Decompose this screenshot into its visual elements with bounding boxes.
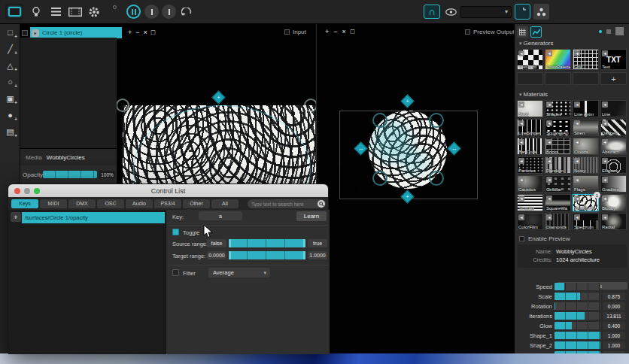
parameter-slider[interactable] xyxy=(555,322,600,329)
generator-tile[interactable]: ◄ Grid xyxy=(573,49,599,70)
parameter-value[interactable]: 1.000 xyxy=(603,351,625,353)
surface-tab-control-button[interactable]: − xyxy=(135,29,139,36)
control-list-tab[interactable]: Keys xyxy=(11,199,38,208)
parameter-value[interactable]: 0.875 xyxy=(603,293,625,300)
parameter-slider[interactable] xyxy=(555,351,600,353)
material-tile[interactable]: ◄ SquareWa xyxy=(545,194,571,211)
parameter-value[interactable]: 13.811 xyxy=(603,312,625,320)
material-tile[interactable]: ◄ Simplex xyxy=(517,194,543,211)
source-min-value[interactable]: false xyxy=(207,239,226,247)
parameter-value[interactable]: 1.000 xyxy=(603,341,625,349)
corner-handle[interactable] xyxy=(372,113,387,128)
enable-preview-checkbox[interactable] xyxy=(519,236,524,241)
source-range-slider[interactable] xyxy=(229,239,305,247)
preview-mode-button[interactable] xyxy=(530,26,542,38)
media-library-button[interactable] xyxy=(66,4,84,20)
parameter-value[interactable]: 1.000 xyxy=(603,332,625,339)
material-tile[interactable]: ◄ Abstract xyxy=(600,138,627,155)
media-row[interactable]: Media WobblyCircles xyxy=(20,149,117,165)
search-input[interactable] xyxy=(251,199,314,208)
material-tile[interactable]: ◄ Gradient xyxy=(600,175,627,193)
zoom-window-button[interactable] xyxy=(34,188,40,194)
surface-tab-control-button[interactable]: + xyxy=(128,29,132,36)
generator-tile[interactable]: ◄ TestCard xyxy=(517,49,543,70)
surface-tab-control-button[interactable]: □ xyxy=(151,29,155,36)
parameter-slider[interactable] xyxy=(555,332,600,339)
control-list-tab[interactable]: OSC xyxy=(97,199,124,208)
control-list-tab[interactable]: All xyxy=(211,199,239,208)
corner-handle[interactable] xyxy=(304,99,316,112)
surfaces-tool-button[interactable] xyxy=(5,4,23,20)
target-range-slider[interactable] xyxy=(229,251,305,259)
material-tile[interactable]: ◄ Bricks xyxy=(545,138,571,155)
list-view-button[interactable] xyxy=(47,4,65,20)
move-handle[interactable]: + xyxy=(211,90,225,104)
material-tile[interactable]: ◄ Spectrum xyxy=(573,213,599,230)
grid-view-button[interactable] xyxy=(517,26,528,38)
toggle-checkbox[interactable] xyxy=(172,229,179,235)
filter-checkbox[interactable] xyxy=(172,269,179,276)
control-list-titlebar[interactable]: Control List xyxy=(8,184,328,197)
surface-tab[interactable]: ▸ Circle 1 (circle) xyxy=(30,27,122,38)
material-tile[interactable]: ◄ Line xyxy=(600,100,627,117)
material-tile[interactable]: ◄ Random xyxy=(545,156,571,174)
tool-button[interactable]: ╱ + xyxy=(0,41,20,57)
parameter-slider[interactable] xyxy=(555,293,600,300)
parameter-slider[interactable] xyxy=(555,312,600,320)
material-tile[interactable]: ◄ Particles xyxy=(517,156,543,174)
material-tile[interactable]: ◄ Shapes xyxy=(545,100,571,117)
layer-list[interactable] xyxy=(20,38,117,149)
tool-button[interactable]: △ + xyxy=(0,57,20,74)
source-max-value[interactable]: true xyxy=(308,239,327,247)
undo-button[interactable] xyxy=(179,5,193,19)
generator-tile[interactable]: TXT ◄ Text xyxy=(600,49,627,70)
control-list-tab[interactable]: DMX xyxy=(68,199,96,208)
corner-handle[interactable] xyxy=(372,171,387,186)
cue-2-button[interactable] xyxy=(162,5,176,19)
surface-visible-checkbox[interactable] xyxy=(22,30,28,36)
material-tile[interactable]: ◄ LineStripes xyxy=(517,119,543,136)
page-view-button[interactable] xyxy=(515,4,530,20)
tool-button[interactable]: □ + xyxy=(0,24,20,41)
generator-tile[interactable]: ◄ ColorPalette xyxy=(545,49,571,70)
control-list-tab[interactable]: MIDI xyxy=(40,199,67,208)
corner-handle[interactable] xyxy=(429,113,444,128)
small-square-icon[interactable] xyxy=(606,29,611,34)
material-tile[interactable]: ◄ Caustics xyxy=(517,175,543,193)
material-tile[interactable]: ◄ Line Anim xyxy=(573,100,599,117)
tool-button[interactable]: ● + xyxy=(0,107,20,123)
search-field[interactable] xyxy=(248,199,326,208)
minimize-window-button[interactable] xyxy=(24,188,30,194)
close-window-button[interactable] xyxy=(14,188,20,194)
control-list-tab[interactable]: Audio xyxy=(126,199,153,208)
material-tile[interactable]: ◄ Ellipses xyxy=(600,156,627,174)
cue-1-button[interactable] xyxy=(144,5,159,19)
opacity-slider[interactable] xyxy=(43,171,97,178)
snap-toggle-button[interactable]: ∩ xyxy=(424,5,440,19)
material-tile[interactable]: ◄ SquaresAn xyxy=(545,119,571,136)
fixtures-button[interactable] xyxy=(27,4,45,20)
parameter-value[interactable]: 0.000 xyxy=(603,302,625,310)
material-tile[interactable]: ◄ Siren xyxy=(573,119,599,136)
material-tile[interactable]: ◄ Diamonds xyxy=(545,213,571,230)
parameter-value[interactable]: 0.400 xyxy=(603,322,625,329)
target-min-value[interactable]: 0.0000 xyxy=(207,251,226,259)
tool-button[interactable]: ▣ + xyxy=(0,90,20,107)
visibility-button[interactable] xyxy=(443,5,458,19)
key-input[interactable]: a xyxy=(199,211,242,220)
large-square-icon[interactable] xyxy=(615,27,624,35)
output-canvas[interactable]: + ↔ ↔ + xyxy=(316,36,514,353)
output-selector-dropdown[interactable]: ▾ xyxy=(460,6,512,18)
control-row[interactable]: /surfaces/Circle 1/opacity xyxy=(22,212,165,223)
canvas-control-button[interactable]: − xyxy=(333,29,337,35)
control-list-tab[interactable]: Other xyxy=(183,199,210,208)
tool-button[interactable]: ▤ + xyxy=(0,123,20,140)
add-generator-button[interactable]: + xyxy=(600,72,627,85)
target-max-value[interactable]: 1.0000 xyxy=(308,251,327,259)
scale-handle-top[interactable]: + xyxy=(400,94,414,108)
corner-handle[interactable] xyxy=(429,171,444,186)
settings-button[interactable] xyxy=(85,4,103,20)
materials-section-title[interactable]: Materials xyxy=(519,91,548,98)
material-tile[interactable]: ◄ Flags xyxy=(573,175,599,193)
material-tile[interactable]: ◄ Cellular xyxy=(545,175,571,193)
